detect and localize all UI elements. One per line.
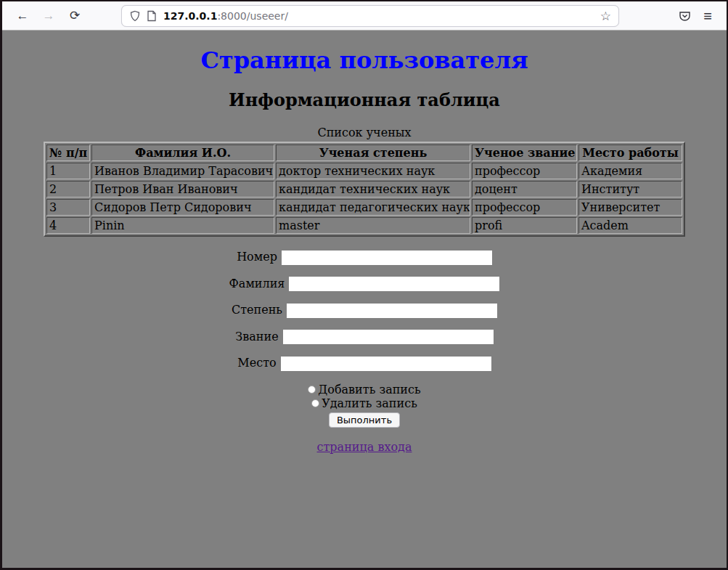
reload-button[interactable]: ⟳ bbox=[64, 5, 86, 27]
bookmark-star-icon[interactable]: ☆ bbox=[600, 9, 611, 23]
scientists-table: № п/пФамилия И.О.Ученая степеньУченое зв… bbox=[44, 142, 685, 237]
url-path: :8000/useeer/ bbox=[217, 10, 288, 22]
table-cell: Институт bbox=[578, 181, 682, 198]
table-cell: Academ bbox=[578, 217, 682, 234]
shield-icon[interactable] bbox=[129, 10, 141, 22]
table-caption: Список ученых bbox=[2, 126, 727, 139]
form-field-row: Номер bbox=[2, 250, 727, 265]
column-header: Место работы bbox=[578, 144, 682, 161]
field-label: Степень bbox=[232, 303, 282, 317]
forward-button[interactable]: → bbox=[38, 5, 60, 27]
section-title: Информационная таблица bbox=[2, 89, 727, 110]
form-field-row: Место bbox=[2, 356, 727, 371]
form-field-row: Звание bbox=[2, 330, 727, 345]
table-row: 1Иванов Владимир Тарасовичдоктор техниче… bbox=[46, 163, 682, 179]
table-cell: кандидат педагогических наук bbox=[276, 199, 470, 216]
record-form: НомерФамилияСтепеньЗваниеМесто Добавить … bbox=[2, 250, 727, 428]
table-cell: profi bbox=[472, 217, 577, 234]
radio-label: Удалить запись bbox=[322, 396, 417, 410]
table-cell: профессор bbox=[472, 163, 577, 179]
back-button[interactable]: ← bbox=[12, 5, 33, 27]
table-row: 2Петров Иван Ивановичкандидат технически… bbox=[46, 181, 682, 198]
field-input[interactable] bbox=[281, 357, 491, 371]
table-cell: Иванов Владимир Тарасович bbox=[91, 163, 274, 179]
radio-option[interactable]: Удалить запись bbox=[2, 396, 727, 410]
table-cell: Университет bbox=[578, 199, 682, 216]
table-cell: Петров Иван Иванович bbox=[91, 181, 274, 198]
field-input[interactable] bbox=[283, 330, 494, 344]
radio-label: Добавить запись bbox=[318, 383, 420, 396]
field-input[interactable] bbox=[289, 277, 499, 291]
url-bar[interactable]: 127.0.0.1:8000/useeer/ ☆ bbox=[121, 5, 619, 27]
field-label: Звание bbox=[235, 330, 278, 343]
field-label: Место bbox=[237, 356, 276, 370]
login-page-link[interactable]: страница входа bbox=[317, 440, 412, 454]
pocket-icon[interactable] bbox=[673, 5, 696, 27]
url-text: 127.0.0.1:8000/useeer/ bbox=[163, 10, 288, 22]
column-header: Ученая степень bbox=[276, 144, 470, 161]
form-field-row: Степень bbox=[2, 303, 727, 318]
menu-icon[interactable]: ≡ bbox=[696, 5, 719, 27]
page-title: Страница пользователя bbox=[2, 46, 727, 74]
table-row: 3Сидоров Петр Сидоровичкандидат педагоги… bbox=[46, 199, 682, 216]
field-label: Фамилия bbox=[229, 277, 285, 290]
field-label: Номер bbox=[237, 250, 277, 264]
radio-button-icon[interactable] bbox=[311, 399, 319, 407]
browser-toolbar: ← → ⟳ 127.0.0.1:8000/useeer/ ☆ bbox=[2, 1, 727, 30]
page-icon bbox=[147, 10, 157, 22]
radio-button-icon[interactable] bbox=[308, 386, 316, 394]
table-cell: кандидат технических наук bbox=[276, 181, 470, 198]
form-field-row: Фамилия bbox=[2, 277, 727, 292]
page-content: Страница пользователя Информационная таб… bbox=[2, 30, 727, 568]
radio-option[interactable]: Добавить запись bbox=[2, 383, 727, 396]
table-cell: 4 bbox=[46, 217, 90, 234]
table-cell: 3 bbox=[46, 199, 90, 216]
table-header-row: № п/пФамилия И.О.Ученая степеньУченое зв… bbox=[46, 144, 682, 161]
browser-window: ← → ⟳ 127.0.0.1:8000/useeer/ ☆ bbox=[0, 0, 728, 570]
table-cell: доцент bbox=[472, 181, 577, 198]
table-cell: Сидоров Петр Сидорович bbox=[91, 199, 274, 216]
table-cell: профессор bbox=[472, 199, 577, 216]
column-header: Фамилия И.О. bbox=[91, 144, 274, 161]
table-cell: доктор технических наук bbox=[276, 163, 470, 179]
table-row: 4PininmasterprofiAcadem bbox=[46, 217, 682, 234]
field-input[interactable] bbox=[287, 304, 497, 318]
table-cell: 1 bbox=[46, 163, 90, 179]
table-cell: master bbox=[276, 217, 470, 234]
field-input[interactable] bbox=[282, 251, 492, 265]
execute-button[interactable]: Выполнить bbox=[329, 412, 400, 428]
url-host: 127.0.0.1 bbox=[163, 10, 217, 22]
table-cell: Академия bbox=[578, 163, 682, 179]
table-cell: Pinin bbox=[91, 217, 274, 234]
column-header: Ученое звание bbox=[472, 144, 577, 161]
column-header: № п/п bbox=[46, 144, 90, 161]
table-cell: 2 bbox=[46, 181, 90, 198]
